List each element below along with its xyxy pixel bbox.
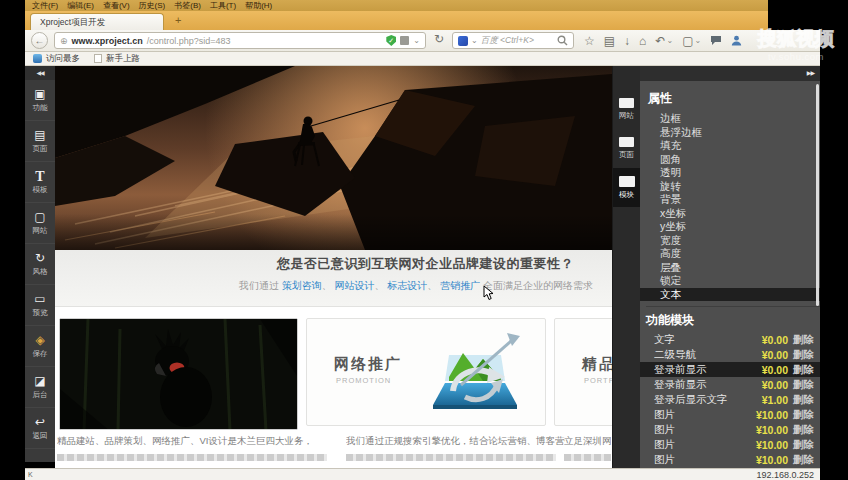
back-button[interactable]: ← (31, 32, 48, 49)
module-row[interactable]: 图片 ¥10.00 删除 (640, 452, 820, 467)
search-icon[interactable] (557, 35, 568, 46)
search-box[interactable]: ⌄ 百度 <Ctrl+K> (452, 32, 574, 49)
module-row[interactable]: 图片 ¥10.00 删除 (640, 407, 820, 422)
prop-width[interactable]: 宽度 (640, 234, 820, 248)
prop-y[interactable]: y坐标 (640, 220, 820, 234)
delete-link[interactable]: 删除 (788, 348, 814, 362)
prop-lock[interactable]: 锁定 (640, 274, 820, 288)
website-canvas[interactable]: 您是否已意识到互联网对企业品牌建设的重要性？ 我们通过 策划咨询、 网站设计、 … (55, 66, 612, 468)
search-engine-caret[interactable]: ⌄ (471, 37, 478, 45)
editor-tool-sidebar: ◀◀ ▣ 功能 ▤ 页面 T 模板 ▢ 网站 ↻ 风格 ▭ 预览 ◈ 保存 (25, 66, 55, 462)
undo-icon[interactable]: ↶ (655, 34, 665, 48)
clipboard-icon[interactable]: ▤ (604, 34, 615, 48)
function-icon: ▣ (34, 87, 45, 102)
tab-module[interactable]: 模块 (613, 168, 640, 207)
new-tab-button[interactable]: + (175, 14, 181, 26)
undo-caret[interactable]: ⌄ (666, 37, 673, 45)
tool-preview[interactable]: ▭ 预览 (25, 285, 55, 326)
security-shield-icon[interactable]: ✓ (386, 35, 396, 46)
screenshot-icon[interactable]: ▢ (682, 34, 693, 48)
tool-style[interactable]: ↻ 风格 (25, 244, 55, 285)
tool-backend[interactable]: ◪ 后台 (25, 367, 55, 408)
menu-help[interactable]: 帮助(H) (245, 0, 272, 11)
mouse-cursor (483, 285, 495, 301)
menu-tools[interactable]: 工具(T) (210, 0, 236, 11)
reload-button[interactable]: ↻ (432, 32, 446, 49)
link-logodesign[interactable]: 标志设计 (387, 280, 427, 291)
url-bar[interactable]: ⊕ www.xproject.cn/control.php?sid=483 ✓ … (54, 32, 426, 49)
menu-bar: 文件(F) 编辑(E) 查看(V) 历史(S) 书签(B) 工具(T) 帮助(H… (25, 0, 770, 11)
downloads-icon[interactable]: ↓ (624, 34, 630, 48)
sidebar-collapse-button[interactable]: ◀◀ (25, 66, 55, 80)
module-price: ¥1.00 (742, 394, 788, 406)
bookmark-star-icon[interactable]: ☆ (584, 34, 595, 48)
url-dropdown-caret[interactable]: ⌄ (413, 37, 420, 45)
module-row[interactable]: 登录后显示文字 ¥1.00 删除 (640, 392, 820, 407)
menu-file[interactable]: 文件(F) (32, 0, 58, 11)
module-row-selected[interactable]: 登录前显示 ¥0.00 删除 (640, 362, 820, 377)
account-person-icon[interactable] (731, 35, 742, 46)
module-row[interactable]: 二级导航 ¥0.00 删除 (640, 347, 820, 362)
footer-text-col3: 立足深圳网站建 (564, 435, 611, 448)
tool-website[interactable]: ▢ 网站 (25, 203, 55, 244)
prop-text-selected[interactable]: 文本 (640, 288, 820, 302)
tab-website[interactable]: 网站 (613, 90, 640, 129)
delete-link[interactable]: 删除 (788, 423, 814, 437)
menu-bookmarks[interactable]: 书签(B) (174, 0, 201, 11)
prop-radius[interactable]: 圆角 (640, 153, 820, 167)
card-parrot-photo[interactable] (59, 318, 298, 430)
prop-border[interactable]: 边框 (640, 112, 820, 126)
delete-link[interactable]: 删除 (788, 453, 814, 467)
card-promotion[interactable]: 网络推广 PROMOTION (306, 318, 546, 426)
bookmarks-bar: 访问最多 新手上路 (25, 52, 820, 66)
delete-link[interactable]: 删除 (788, 408, 814, 422)
tool-return[interactable]: ↩ 返回 (25, 408, 55, 449)
module-price: ¥0.00 (742, 364, 788, 376)
chat-bubble-icon[interactable] (710, 35, 722, 46)
prop-rotate[interactable]: 旋转 (640, 180, 820, 194)
tab-label: 网站 (619, 111, 634, 121)
module-row[interactable]: 文字 ¥0.00 删除 (640, 332, 820, 347)
browser-tab[interactable]: Xproject项目开发 (30, 13, 164, 30)
module-price: ¥10.00 (742, 409, 788, 421)
website-tab-icon (619, 98, 634, 108)
prop-padding[interactable]: 填充 (640, 139, 820, 153)
tool-save[interactable]: ◈ 保存 (25, 326, 55, 367)
tool-page[interactable]: ▤ 页面 (25, 121, 55, 162)
module-row[interactable]: 图片 ¥10.00 删除 (640, 422, 820, 437)
tool-function[interactable]: ▣ 功能 (25, 80, 55, 121)
link-marketing[interactable]: 营销推广 (440, 280, 480, 291)
menu-edit[interactable]: 编辑(E) (67, 0, 94, 11)
module-name: 图片 (654, 423, 742, 437)
delete-link[interactable]: 删除 (788, 393, 814, 407)
link-webdesign[interactable]: 网站设计 (335, 280, 375, 291)
bookmark-getting-started[interactable]: 新手上路 (94, 53, 140, 65)
delete-link[interactable]: 删除 (788, 333, 814, 347)
panel-expand-button[interactable]: ▶▶ (807, 70, 814, 76)
home-icon[interactable]: ⌂ (639, 34, 646, 48)
search-engine-icon[interactable] (458, 36, 468, 46)
prop-zindex[interactable]: 层叠 (640, 261, 820, 275)
link-planning[interactable]: 策划咨询 (282, 280, 322, 291)
tool-template[interactable]: T 模板 (25, 162, 55, 203)
prop-x[interactable]: x坐标 (640, 207, 820, 221)
tab-page[interactable]: 页面 (613, 129, 640, 168)
prop-opacity[interactable]: 透明 (640, 166, 820, 180)
delete-link[interactable]: 删除 (788, 438, 814, 452)
prop-background[interactable]: 背景 (640, 193, 820, 207)
screenshot-caret[interactable]: ⌄ (694, 37, 701, 45)
delete-link[interactable]: 删除 (788, 378, 814, 392)
page-subline: 我们通过 策划咨询、 网站设计、 标志设计、 营销推广 全面满足企业的网络需求 (239, 279, 593, 293)
module-row[interactable]: 登录前显示 ¥0.00 删除 (640, 377, 820, 392)
delete-link[interactable]: 删除 (788, 363, 814, 377)
prop-hover-border[interactable]: 悬浮边框 (640, 126, 820, 140)
module-price: ¥10.00 (742, 454, 788, 466)
card-portfolio[interactable]: 精品案例 PORTFOLIO (554, 318, 612, 426)
bookmark-most-visited[interactable]: 访问最多 (33, 53, 80, 65)
menu-view[interactable]: 查看(V) (103, 0, 130, 11)
menu-history[interactable]: 历史(S) (139, 0, 166, 11)
panel-scrollbar[interactable] (816, 84, 819, 306)
module-row[interactable]: 图片 ¥10.00 删除 (640, 437, 820, 452)
page-action-icon[interactable] (400, 36, 409, 45)
prop-height[interactable]: 高度 (640, 247, 820, 261)
